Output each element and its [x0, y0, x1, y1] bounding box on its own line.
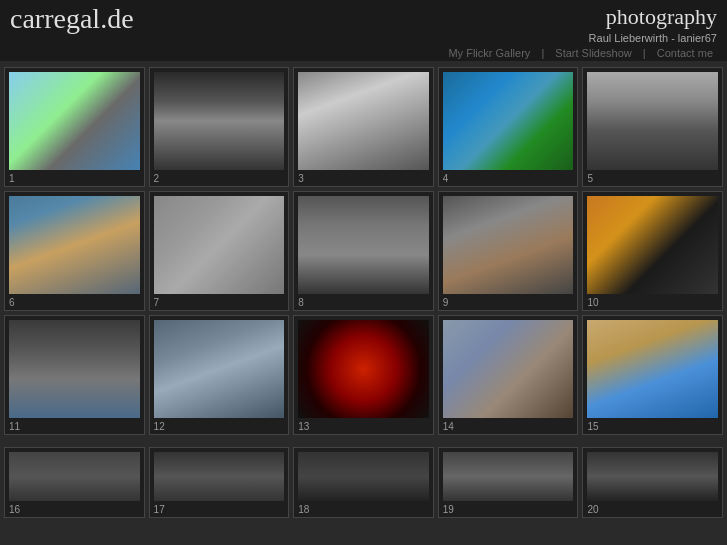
photo-thumb-19[interactable]: 19: [438, 447, 579, 518]
author-label: Raul Lieberwirth - lanier67: [444, 32, 717, 44]
photo-image-8: [298, 196, 429, 294]
photo-thumb-9[interactable]: 9: [438, 191, 579, 311]
header-right: photography Raul Lieberwirth - lanier67 …: [444, 4, 717, 59]
photo-number-2: 2: [154, 173, 160, 184]
photo-image-2: [154, 72, 285, 170]
photo-thumb-13[interactable]: 13: [293, 315, 434, 435]
photo-image-4: [443, 72, 574, 170]
slideshow-link[interactable]: Start Slideshow: [555, 47, 631, 59]
photo-thumb-2[interactable]: 2: [149, 67, 290, 187]
photo-number-14: 14: [443, 421, 454, 432]
photo-number-3: 3: [298, 173, 304, 184]
photo-thumb-18[interactable]: 18: [293, 447, 434, 518]
photo-number-18: 18: [298, 504, 309, 515]
photo-image-13: [298, 320, 429, 418]
photography-title: photography: [444, 4, 717, 30]
photo-image-1: [9, 72, 140, 170]
photo-image-5: [587, 72, 718, 170]
photo-image-14: [443, 320, 574, 418]
photo-gallery: 123456789101112131415: [0, 61, 727, 441]
photo-number-9: 9: [443, 297, 449, 308]
photo-thumb-15[interactable]: 15: [582, 315, 723, 435]
photo-thumb-17[interactable]: 17: [149, 447, 290, 518]
photo-thumb-11[interactable]: 11: [4, 315, 145, 435]
photo-thumb-14[interactable]: 14: [438, 315, 579, 435]
photo-number-17: 17: [154, 504, 165, 515]
photo-image-12: [154, 320, 285, 418]
photo-number-20: 20: [587, 504, 598, 515]
photo-number-5: 5: [587, 173, 593, 184]
nav-separator-1: |: [541, 47, 544, 59]
nav-separator-2: |: [643, 47, 646, 59]
photo-thumb-16[interactable]: 16: [4, 447, 145, 518]
photo-number-4: 4: [443, 173, 449, 184]
photo-thumb-12[interactable]: 12: [149, 315, 290, 435]
photo-image-19: [443, 452, 574, 501]
photo-image-18: [298, 452, 429, 501]
photo-gallery-row4: 1617181920: [0, 441, 727, 518]
photo-thumb-5[interactable]: 5: [582, 67, 723, 187]
photo-number-8: 8: [298, 297, 304, 308]
photo-image-11: [9, 320, 140, 418]
photo-number-16: 16: [9, 504, 20, 515]
photo-number-1: 1: [9, 173, 15, 184]
photo-image-15: [587, 320, 718, 418]
photo-number-13: 13: [298, 421, 309, 432]
photo-number-10: 10: [587, 297, 598, 308]
photo-number-19: 19: [443, 504, 454, 515]
photo-image-6: [9, 196, 140, 294]
photo-number-15: 15: [587, 421, 598, 432]
photo-number-6: 6: [9, 297, 15, 308]
photo-image-17: [154, 452, 285, 501]
photo-image-7: [154, 196, 285, 294]
photo-thumb-3[interactable]: 3: [293, 67, 434, 187]
photo-thumb-1[interactable]: 1: [4, 67, 145, 187]
photo-thumb-4[interactable]: 4: [438, 67, 579, 187]
photo-number-12: 12: [154, 421, 165, 432]
flickr-gallery-link[interactable]: My Flickr Gallery: [448, 47, 530, 59]
photo-image-9: [443, 196, 574, 294]
photo-thumb-8[interactable]: 8: [293, 191, 434, 311]
photo-image-3: [298, 72, 429, 170]
photo-image-16: [9, 452, 140, 501]
nav-bar: My Flickr Gallery | Start Slideshow | Co…: [444, 47, 717, 59]
photo-thumb-20[interactable]: 20: [582, 447, 723, 518]
photo-thumb-6[interactable]: 6: [4, 191, 145, 311]
photo-thumb-10[interactable]: 10: [582, 191, 723, 311]
photo-number-11: 11: [9, 421, 20, 432]
site-title: carregal.de: [10, 4, 134, 35]
photo-image-10: [587, 196, 718, 294]
photo-number-7: 7: [154, 297, 160, 308]
photo-thumb-7[interactable]: 7: [149, 191, 290, 311]
contact-link[interactable]: Contact me: [657, 47, 713, 59]
header: carregal.de photography Raul Lieberwirth…: [0, 0, 727, 61]
photo-image-20: [587, 452, 718, 501]
